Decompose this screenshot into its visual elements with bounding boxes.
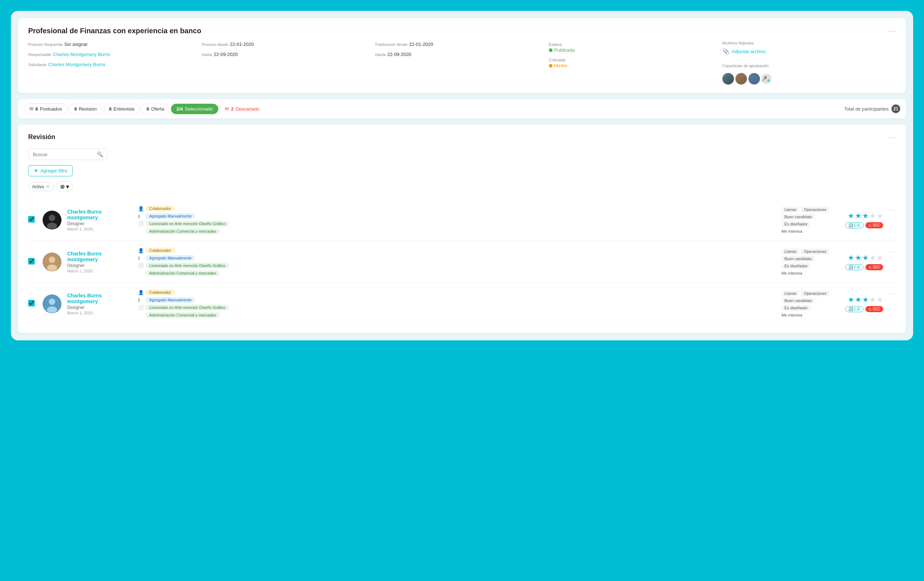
action-operaciones[interactable]: Operaciones [801,207,829,213]
sec-badge[interactable]: ⚠SEC [865,264,883,270]
tab-revision[interactable]: 6 Revision [69,104,102,114]
total-participantes: Total de participantes 21 [844,104,900,113]
action-llamar[interactable]: Llamar [782,249,800,254]
candidate-badges-right: ★ ★ ★ ★ ★ 🔄EJE ⚠SEC [845,295,883,312]
candidate-checkbox-col [28,258,37,266]
action-operaciones[interactable]: Operaciones [801,290,829,296]
job-title: Profesional de Finanzas con experiencia … [28,27,201,35]
search-icon: 🔍 [97,152,103,157]
action-disenador[interactable]: Es diseñador [782,305,810,311]
filter-button[interactable]: ▼ Agregar filtro [28,165,73,176]
star-5[interactable]: ★ [877,253,883,262]
action-buen[interactable]: Buen candidato [782,298,815,304]
action-buen[interactable]: Buen candidato [782,214,815,220]
badge-administracion: Administración Comercial y mercadeo [146,270,220,276]
email-red-icon: ✉ [225,106,229,112]
candidate-stars: ★ ★ ★ ★ ★ [848,253,883,262]
filter-dropdown[interactable]: ⊗ ▾ [56,182,73,192]
info-icon: ℹ [138,213,144,219]
pipeline-tabs: ✉ 6 Postuados 6 Revision 6 Entrevista 6 … [18,99,906,119]
badge-licenciado: Licenciado en Arte mención Diseño Gráfic… [146,305,229,310]
star-3[interactable]: ★ [862,295,869,304]
star-2[interactable]: ★ [855,211,861,220]
action-llamar[interactable]: Llamar [782,290,800,296]
alert-icon: ⚠ [868,223,871,227]
star-5[interactable]: ★ [877,295,883,304]
candidate-actions: Llamar Operaciones Buen candidato Es dis… [782,290,840,317]
star-2[interactable]: ★ [855,295,861,304]
candidate-name[interactable]: Charles Burns montgomery [67,293,132,304]
candidate-more-icon[interactable]: ··· [889,249,896,256]
job-card-more-icon[interactable]: ··· [888,27,896,35]
avatar-1[interactable] [723,73,734,84]
eje-badge[interactable]: 🔄EJE [845,306,864,312]
eje-badge[interactable]: 🔄EJE [845,222,864,228]
active-filter-tag[interactable]: Activo ✕ [28,182,54,191]
doc-icon: 📄 [138,305,144,310]
interest-tag: Me interesa [782,313,840,317]
candidate-badges-right: ★ ★ ★ ★ ★ 🔄EJE ⚠SEC [845,211,883,228]
search-input[interactable] [33,152,94,157]
candidate-row: Charles Burns montgomery Designer March … [28,282,896,325]
candidate-checkbox[interactable] [28,300,35,306]
email-icon: ✉ [29,106,34,112]
tab-descartado[interactable]: ✉ 2 Descartado [220,104,264,114]
candidate-row: Charles Burns montgomery Designer March … [28,199,896,241]
person-icon: 👤 [138,206,144,211]
add-coparticipe-button[interactable] [761,74,772,84]
candidate-tags: 👤 Colaborador ℹ Agregado Manualmente 📄 L… [138,206,776,234]
meta-publicacion: Publicación desde 22-01-2020 Hasta 22-09… [375,41,549,58]
star-3[interactable]: ★ [862,211,869,220]
candidate-avatar[interactable] [43,294,61,313]
attach-link[interactable]: 📎 Adjuntar archivo [723,48,896,55]
star-2[interactable]: ★ [855,253,861,262]
candidate-name[interactable]: Charles Burns montgomery [67,209,132,220]
svg-point-8 [49,299,55,305]
candidate-actions: Llamar Operaciones Buen candidato Es dis… [782,207,840,233]
candidate-checkbox[interactable] [28,258,35,264]
star-1[interactable]: ★ [848,295,854,304]
candidate-avatar[interactable] [43,211,61,229]
action-operaciones[interactable]: Operaciones [801,249,829,254]
revision-header: Revisión ··· [28,133,896,141]
tab-postuados[interactable]: ✉ 6 Postuados [24,103,68,114]
tab-seleccionado[interactable]: 2/4 Seleccionado [171,104,218,114]
candidate-more-icon[interactable]: ··· [889,291,896,297]
candidate-name[interactable]: Charles Burns montgomery [67,251,132,262]
eje-badge[interactable]: 🔄EJE [845,264,864,270]
action-disenador[interactable]: Es diseñador [782,221,810,227]
svg-point-5 [49,256,55,263]
candidate-checkbox-col [28,216,37,224]
svg-point-0 [764,76,766,79]
revision-title: Revisión [28,133,55,141]
star-4[interactable]: ★ [870,211,876,220]
star-4[interactable]: ★ [870,295,876,304]
action-llamar[interactable]: Llamar [782,207,800,213]
star-3[interactable]: ★ [862,253,869,262]
tag-row-3: 📄 Licenciado en Arte mención Diseño Gráf… [138,305,776,310]
candidate-more-icon[interactable]: ··· [889,207,896,213]
tab-oferta[interactable]: 6 Oferta [141,104,170,114]
avatar-3[interactable] [748,73,760,84]
candidate-avatar[interactable] [43,253,61,271]
candidate-checkbox[interactable] [28,216,35,223]
sec-badge[interactable]: ⚠SEC [865,222,883,228]
action-disenador[interactable]: Es diseñador [782,263,810,269]
star-1[interactable]: ★ [848,211,854,220]
avatar-2[interactable] [735,73,747,84]
status-published: Publicada [549,47,723,53]
star-1[interactable]: ★ [848,253,854,262]
info-icon: ℹ [138,297,144,303]
candidate-actions: Llamar Operaciones Buen candidato Es dis… [782,249,840,275]
tab-entrevista[interactable]: 6 Entrevista [104,104,140,114]
action-tags: Llamar Operaciones Buen candidato Es dis… [782,290,840,311]
action-buen[interactable]: Buen candidato [782,256,815,262]
star-4[interactable]: ★ [870,253,876,262]
sec-badge[interactable]: ⚠SEC [865,306,883,312]
badge-manual: Agregado Manualmente [146,255,195,261]
star-5[interactable]: ★ [877,211,883,220]
revision-more-icon[interactable]: ··· [888,133,896,141]
main-container: Profesional de Finanzas con experiencia … [11,11,913,340]
meta-proceso: Proceso desde 22-01-2020 Hasta 22-09-202… [201,41,375,58]
remove-filter-icon[interactable]: ✕ [46,184,50,189]
